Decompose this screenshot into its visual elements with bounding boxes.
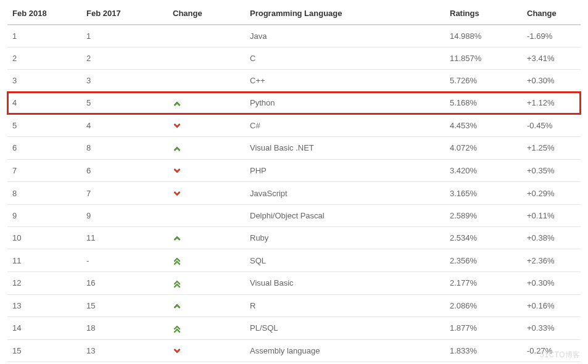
cell-feb2017: - xyxy=(81,249,168,272)
table-row: 76PHP3.420%+0.35% xyxy=(7,159,581,182)
cell-trend xyxy=(168,204,245,226)
cell-trend xyxy=(168,114,245,137)
cell-trend xyxy=(168,226,245,249)
chevron-down-icon xyxy=(173,189,181,198)
col-header-change-trend: Change xyxy=(168,2,245,25)
cell-feb2017: 3 xyxy=(81,70,168,92)
col-header-feb2018: Feb 2018 xyxy=(7,2,81,25)
cell-feb2018: 3 xyxy=(7,70,81,92)
cell-feb2018: 9 xyxy=(7,204,81,226)
cell-trend xyxy=(168,48,245,70)
table-row: 11-SQL2.356%+2.36% xyxy=(7,249,581,272)
cell-trend xyxy=(168,339,245,362)
cell-delta: +0.30% xyxy=(522,271,581,294)
cell-feb2018: 4 xyxy=(7,92,81,115)
cell-feb2018: 2 xyxy=(7,48,81,70)
double-chevron-up-icon xyxy=(173,257,181,265)
cell-ratings: 4.453% xyxy=(445,114,522,137)
cell-feb2018: 12 xyxy=(7,271,81,294)
cell-feb2017: 2 xyxy=(81,48,168,70)
cell-feb2018: 15 xyxy=(7,339,81,362)
cell-language: PHP xyxy=(245,159,445,182)
cell-feb2017: 9 xyxy=(81,204,168,226)
cell-ratings: 2.356% xyxy=(445,249,522,272)
table-row: 1011Ruby2.534%+0.38% xyxy=(7,226,581,249)
cell-ratings: 11.857% xyxy=(445,48,522,70)
cell-delta: +1.12% xyxy=(522,92,581,115)
cell-feb2017: 1 xyxy=(81,25,168,48)
cell-trend xyxy=(168,159,245,182)
cell-language: Assembly language xyxy=(245,339,445,362)
cell-trend xyxy=(168,182,245,205)
cell-delta: +1.25% xyxy=(522,137,581,160)
cell-ratings: 4.072% xyxy=(445,137,522,160)
col-header-language: Programming Language xyxy=(245,2,445,25)
cell-feb2018: 6 xyxy=(7,137,81,160)
table-row: 45Python5.168%+1.12% xyxy=(7,92,581,115)
cell-language: JavaScript xyxy=(245,182,445,205)
chevron-up-icon xyxy=(173,234,181,242)
cell-delta: +0.29% xyxy=(522,182,581,205)
cell-language: Java xyxy=(245,25,445,48)
cell-trend xyxy=(168,137,245,160)
cell-delta: +3.41% xyxy=(522,48,581,70)
cell-trend xyxy=(168,25,245,48)
cell-feb2017: 8 xyxy=(81,137,168,160)
cell-feb2018: 13 xyxy=(7,294,81,317)
table-row: 1315R2.086%+0.16% xyxy=(7,294,581,317)
cell-delta: +0.38% xyxy=(522,226,581,249)
cell-delta: +0.33% xyxy=(522,317,581,340)
cell-feb2018: 5 xyxy=(7,114,81,137)
table-row: 1513Assembly language1.833%-0.27% xyxy=(7,339,581,362)
col-header-change-pct: Change xyxy=(522,2,581,25)
cell-feb2017: 4 xyxy=(81,114,168,137)
cell-trend xyxy=(168,317,245,340)
cell-ratings: 1.833% xyxy=(445,339,522,362)
cell-language: C++ xyxy=(245,70,445,92)
double-chevron-up-icon xyxy=(173,279,181,288)
cell-delta: -1.69% xyxy=(522,25,581,48)
cell-feb2017: 6 xyxy=(81,159,168,182)
chevron-up-icon xyxy=(173,144,181,153)
cell-ratings: 2.086% xyxy=(445,294,522,317)
cell-language: Python xyxy=(245,92,445,115)
cell-delta: +0.11% xyxy=(522,204,581,226)
cell-ratings: 1.877% xyxy=(445,317,522,340)
cell-language: PL/SQL xyxy=(245,317,445,340)
table-row: 99Delphi/Object Pascal2.589%+0.11% xyxy=(7,204,581,226)
cell-trend xyxy=(168,249,245,272)
cell-feb2018: 8 xyxy=(7,182,81,205)
cell-language: Visual Basic xyxy=(245,271,445,294)
cell-language: Visual Basic .NET xyxy=(245,137,445,160)
cell-feb2017: 15 xyxy=(81,294,168,317)
cell-feb2018: 10 xyxy=(7,226,81,249)
chevron-down-icon xyxy=(173,122,181,130)
chevron-up-icon xyxy=(173,99,181,108)
cell-delta: +0.35% xyxy=(522,159,581,182)
cell-language: C xyxy=(245,48,445,70)
cell-delta: -0.45% xyxy=(522,114,581,137)
cell-ratings: 3.165% xyxy=(445,182,522,205)
cell-ratings: 2.534% xyxy=(445,226,522,249)
table-row: 87JavaScript3.165%+0.29% xyxy=(7,182,581,205)
table-row: 11Java14.988%-1.69% xyxy=(7,25,581,48)
cell-feb2018: 7 xyxy=(7,159,81,182)
double-chevron-up-icon xyxy=(173,325,181,333)
cell-feb2017: 16 xyxy=(81,271,168,294)
cell-trend xyxy=(168,92,245,115)
cell-ratings: 2.589% xyxy=(445,204,522,226)
col-header-ratings: Ratings xyxy=(445,2,522,25)
cell-feb2017: 11 xyxy=(81,226,168,249)
cell-language: Delphi/Object Pascal xyxy=(245,204,445,226)
table-header-row: Feb 2018 Feb 2017 Change Programming Lan… xyxy=(7,2,581,25)
chevron-down-icon xyxy=(173,347,181,355)
table-row: 1418PL/SQL1.877%+0.33% xyxy=(7,317,581,340)
cell-feb2017: 7 xyxy=(81,182,168,205)
cell-ratings: 5.168% xyxy=(445,92,522,115)
cell-trend xyxy=(168,294,245,317)
cell-ratings: 14.988% xyxy=(445,25,522,48)
cell-feb2018: 14 xyxy=(7,317,81,340)
table-row: 68Visual Basic .NET4.072%+1.25% xyxy=(7,137,581,160)
cell-language: SQL xyxy=(245,249,445,272)
cell-feb2018: 1 xyxy=(7,25,81,48)
